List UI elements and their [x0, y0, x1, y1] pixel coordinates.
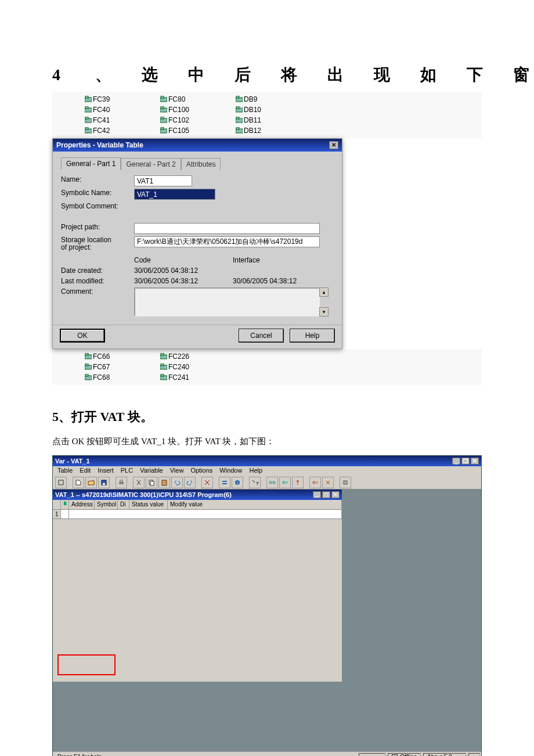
col-address[interactable]: Address	[69, 500, 95, 509]
svg-rect-17	[236, 117, 239, 119]
name-field[interactable]	[134, 175, 192, 186]
svg-rect-38	[119, 482, 124, 484]
col-symbol[interactable]: Symbol	[95, 500, 118, 509]
label-date-created: Date created:	[61, 267, 134, 275]
toolbar-insert-row-icon[interactable]	[219, 477, 230, 488]
block-icon	[85, 96, 92, 103]
toolbar-save-icon[interactable]	[98, 477, 110, 488]
svg-rect-39	[120, 480, 122, 482]
maximize-icon[interactable]: ❐	[461, 458, 470, 465]
document-titlebar[interactable]: VAT_1 -- s472019d\SIMATIC 300(1)\CPU 314…	[53, 489, 342, 500]
doc-close-icon[interactable]: ✕	[331, 491, 340, 498]
toolbar-trigger-icon[interactable]	[309, 477, 321, 488]
svg-rect-27	[161, 353, 164, 355]
row-number-1: 1	[53, 510, 61, 519]
app-titlebar[interactable]: Var - VAT_1 ‗ ❐ ✕	[53, 456, 481, 466]
toolbar-cut-icon[interactable]	[133, 477, 145, 488]
svg-rect-42	[162, 480, 167, 485]
toolbar-toggle-icon[interactable]	[55, 477, 67, 488]
status-field-end	[468, 753, 480, 757]
status-connection: Offline	[388, 753, 421, 757]
cell-flag[interactable]	[61, 510, 69, 519]
close-icon[interactable]: ✕	[471, 458, 479, 465]
comment-field[interactable]	[134, 287, 320, 316]
minimize-icon[interactable]: ‗	[452, 458, 460, 465]
svg-rect-52	[344, 481, 347, 484]
toolbar-force-icon[interactable]	[322, 477, 334, 488]
svg-rect-1	[85, 96, 88, 98]
cell-row-1[interactable]	[69, 510, 342, 519]
svg-rect-43	[222, 481, 227, 482]
label-project-path: Project path:	[61, 223, 134, 231]
table-body[interactable]	[53, 519, 342, 682]
status-abs: Abs < 5.2	[423, 753, 466, 757]
menu-help[interactable]: Help	[247, 467, 265, 475]
last-modified-code: 30/06/2005 04:38:12	[134, 277, 233, 285]
toolbar-new-icon[interactable]	[73, 477, 84, 488]
label-comment: Comment:	[61, 287, 134, 296]
toolbar-modify-icon[interactable]	[292, 477, 304, 488]
storage-location-field[interactable]	[134, 236, 320, 247]
menu-window[interactable]: Window	[217, 467, 244, 475]
svg-rect-37	[103, 483, 105, 485]
col-header-code: Code	[134, 256, 233, 264]
toolbar-copy-icon[interactable]	[146, 477, 157, 488]
project-path-field[interactable]	[134, 223, 320, 234]
doc-minimize-icon[interactable]: ‗	[313, 491, 321, 498]
label-name: Name:	[61, 175, 134, 183]
mdi-background-lower	[53, 682, 342, 751]
svg-rect-15	[161, 117, 164, 119]
toolbar-open-icon[interactable]	[85, 477, 97, 488]
tab-attributes[interactable]: Attributes	[181, 158, 221, 170]
toolbar-undo-icon[interactable]	[171, 477, 183, 488]
ok-button[interactable]: OK	[60, 329, 105, 343]
menu-plc[interactable]: PLC	[118, 467, 135, 475]
svg-point-49	[273, 481, 275, 484]
menu-view[interactable]: View	[168, 467, 186, 475]
menubar: Table Edit Insert PLC Variable View Opti…	[53, 466, 481, 476]
label-symbol-comment: Symbol Comment:	[61, 202, 134, 210]
dialog-titlebar[interactable]: Properties - Variable Table ✕	[53, 139, 342, 152]
toolbar-info-icon[interactable]: i	[232, 477, 243, 488]
menu-variable[interactable]: Variable	[138, 467, 165, 475]
menu-insert[interactable]: Insert	[95, 467, 116, 475]
toolbar-help-icon[interactable]: ?	[249, 477, 261, 488]
svg-rect-19	[85, 127, 88, 129]
col-display[interactable]: Di	[118, 500, 129, 509]
toolbar-delete-icon[interactable]	[201, 477, 213, 488]
toolbar-monitor-icon[interactable]	[266, 477, 278, 488]
toolbar-redo-icon[interactable]	[184, 477, 196, 488]
svg-rect-35	[161, 374, 164, 376]
properties-dialog: Properties - Variable Table ✕ General - …	[52, 138, 342, 349]
toolbar-monitor-once-icon[interactable]	[279, 477, 291, 488]
menu-options[interactable]: Options	[188, 467, 215, 475]
block-list-bottom: FC66 FC226 FC67 FC240 FC68 FC241	[52, 349, 482, 385]
toolbar-stop-icon[interactable]	[340, 477, 351, 488]
menu-table[interactable]: Table	[55, 467, 75, 475]
tab-general-part-2[interactable]: General - Part 2	[121, 158, 181, 170]
table-corner	[53, 500, 61, 509]
col-modify-value[interactable]: Modify value	[168, 500, 342, 509]
menu-edit[interactable]: Edit	[77, 467, 93, 475]
date-created-code: 30/06/2005 04:38:12	[134, 267, 233, 275]
close-icon[interactable]: ✕	[329, 141, 338, 149]
svg-rect-7	[85, 106, 88, 109]
document-window: VAT_1 -- s472019d\SIMATIC 300(1)\CPU 314…	[53, 489, 342, 682]
scroll-down-icon[interactable]: ▼	[319, 307, 329, 316]
scroll-up-icon[interactable]: ▲	[319, 287, 329, 297]
vat-editor-window: Var - VAT_1 ‗ ❐ ✕ Table Edit Insert PLC …	[52, 455, 482, 756]
col-status-value[interactable]: Status value	[129, 500, 168, 509]
svg-rect-23	[236, 127, 239, 129]
toolbar-paste-icon[interactable]	[158, 477, 170, 488]
svg-rect-41	[150, 481, 154, 485]
help-button[interactable]: Help	[290, 329, 335, 343]
symbolic-name-field[interactable]	[134, 189, 215, 200]
svg-text:?: ?	[256, 481, 258, 486]
tab-general-part-1[interactable]: General - Part 1	[61, 157, 121, 170]
body-text-5: 点击 OK 按钮即可生成 VAT_1 块。打开 VAT 块，如下图：	[52, 436, 482, 447]
svg-rect-33	[85, 374, 88, 376]
cancel-button[interactable]: Cancel	[239, 329, 284, 343]
doc-maximize-icon[interactable]: □	[322, 491, 330, 498]
toolbar-print-icon[interactable]	[116, 477, 127, 488]
connection-status-icon	[392, 754, 398, 757]
